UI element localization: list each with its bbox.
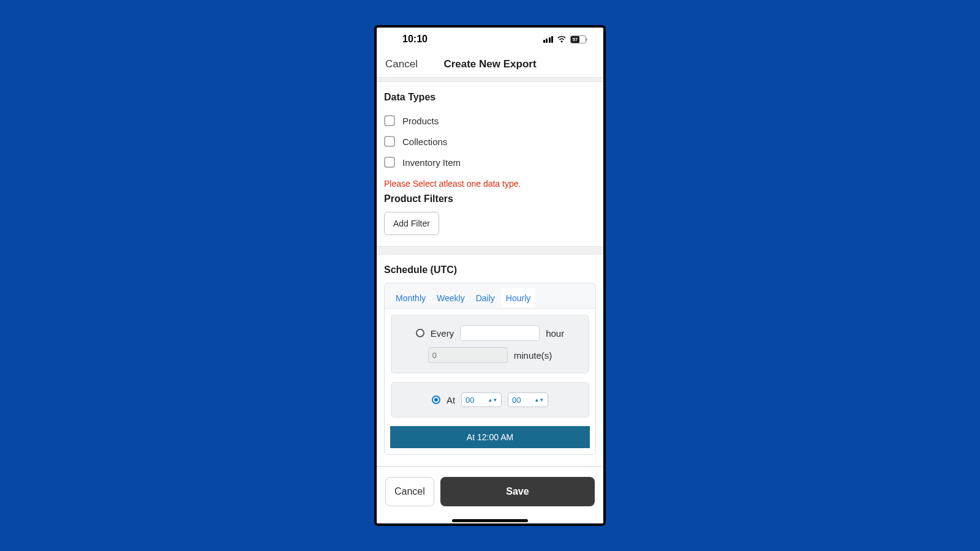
phone-frame: 10:10 57 Cancel Create New Export Data T… <box>374 25 606 526</box>
checkbox-collections[interactable]: Collections <box>384 131 596 152</box>
checkbox-products[interactable]: Products <box>384 110 596 131</box>
every-minutes-after: minute(s) <box>514 350 552 361</box>
tab-monthly[interactable]: Monthly <box>391 288 431 308</box>
schedule-title: Schedule (UTC) <box>384 264 596 276</box>
checkbox-icon[interactable] <box>384 136 395 147</box>
hourly-panel: Every hour minute(s) <box>385 308 595 454</box>
schedule-summary: At 12:00 AM <box>390 426 590 448</box>
checkbox-label: Collections <box>402 137 447 147</box>
status-time: 10:10 <box>402 34 428 45</box>
checkbox-label: Products <box>402 116 439 126</box>
schedule-card: Schedule (UTC) Monthly Weekly Daily Hour… <box>377 254 603 467</box>
home-indicator[interactable] <box>452 519 528 522</box>
at-minute-select[interactable]: 00 ▲▼ <box>508 392 548 407</box>
phone-screen: 10:10 57 Cancel Create New Export Data T… <box>377 28 603 523</box>
option-every: Every hour minute(s) <box>391 315 589 373</box>
battery-icon: 57 <box>570 36 586 43</box>
checkbox-label: Inventory Item <box>402 157 461 168</box>
radio-every[interactable] <box>416 329 424 337</box>
save-button[interactable]: Save <box>440 477 595 506</box>
scroll-content[interactable]: Data Types Products Collections Inventor… <box>377 78 603 467</box>
cancel-button[interactable]: Cancel <box>385 477 434 506</box>
footer: Cancel Save <box>377 467 603 523</box>
add-filter-button[interactable]: Add Filter <box>384 212 439 235</box>
at-minute-value: 00 <box>512 395 521 405</box>
status-icons: 57 <box>543 36 587 43</box>
tab-hourly[interactable]: Hourly <box>501 288 535 308</box>
schedule-tabs: Monthly Weekly Daily Hourly <box>385 283 595 308</box>
data-types-title: Data Types <box>384 92 596 103</box>
data-types-error: Please Select atleast one data type. <box>384 179 596 189</box>
radio-at[interactable] <box>432 395 440 404</box>
at-label: At <box>447 395 455 405</box>
every-hour-input[interactable] <box>460 325 540 341</box>
checkbox-icon[interactable] <box>384 115 395 126</box>
every-label-before: Every <box>431 328 454 339</box>
wifi-icon <box>557 36 567 43</box>
status-bar: 10:10 57 <box>377 28 603 51</box>
nav-cancel-button[interactable]: Cancel <box>385 58 418 70</box>
cellular-icon <box>543 36 554 43</box>
every-minute-input[interactable] <box>428 347 508 363</box>
product-filters-title: Product Filters <box>384 193 596 204</box>
schedule-box: Monthly Weekly Daily Hourly Every hour <box>384 283 596 455</box>
checkbox-inventory-item[interactable]: Inventory Item <box>384 152 596 173</box>
at-hour-select[interactable]: 00 ▲▼ <box>461 392 502 407</box>
checkbox-icon[interactable] <box>384 157 395 168</box>
battery-level: 57 <box>571 36 579 43</box>
tab-weekly[interactable]: Weekly <box>432 288 470 308</box>
chevron-updown-icon: ▲▼ <box>534 399 544 402</box>
tab-daily[interactable]: Daily <box>471 288 500 308</box>
at-hour-value: 00 <box>466 395 474 405</box>
chevron-updown-icon: ▲▼ <box>488 399 497 402</box>
option-at: At 00 ▲▼ 00 ▲▼ <box>391 382 589 418</box>
every-label-after: hour <box>546 328 564 339</box>
data-types-card: Data Types Products Collections Inventor… <box>377 81 603 247</box>
nav-bar: Cancel Create New Export <box>377 51 603 78</box>
